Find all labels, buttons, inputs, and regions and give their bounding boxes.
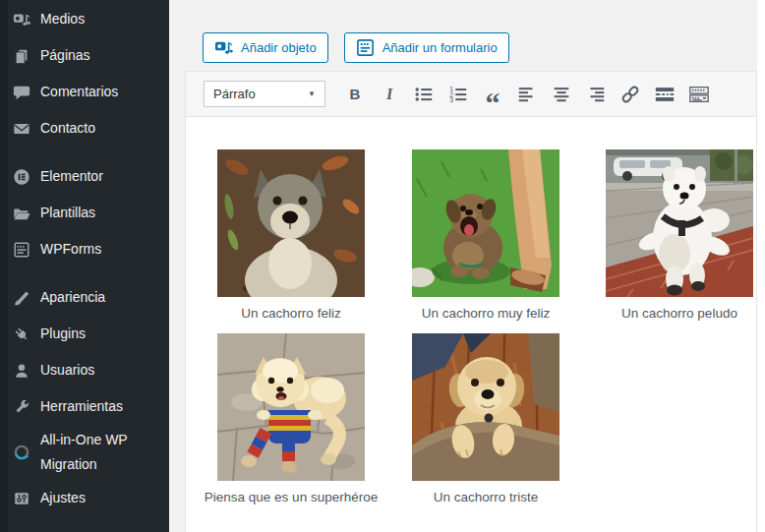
sidebar-item-usuarios[interactable]: Usuarios [0, 352, 169, 388]
sidebar-item-comentarios[interactable]: Comentarios [0, 74, 169, 110]
sidebar-separator [0, 147, 169, 158]
image-caption[interactable]: Un cachorro peludo [606, 306, 753, 321]
sidebar-item-contacto[interactable]: Contacto [0, 110, 169, 147]
brush-icon [12, 288, 31, 308]
folder-icon [12, 204, 31, 223]
dog-photo-superhero-dog[interactable] [217, 333, 365, 481]
dog-photo-fluffy-dog[interactable] [606, 149, 753, 297]
form-icon [12, 240, 31, 260]
link-icon [619, 84, 641, 105]
visual-editor: Párrafo ▼ B I 123 “ [185, 71, 757, 532]
plug-icon [12, 325, 31, 344]
sidebar-item-label: Medios [40, 7, 85, 31]
numbered-list-icon: 123 [447, 84, 469, 105]
media-icon [12, 10, 31, 30]
sidebar-item-apariencia[interactable]: Apariencia [0, 279, 169, 316]
add-form-icon [356, 38, 375, 57]
sidebar-item-medios[interactable]: Medios [0, 1, 169, 37]
dog-photo-sad-puppy[interactable] [412, 333, 559, 481]
gallery-figure-happy-puppy: Un cachorro feliz [217, 149, 365, 321]
admin-sidebar: Medios Páginas Comentarios Contacto [0, 0, 169, 532]
wrench-icon [12, 397, 31, 417]
sidebar-item-wpforms[interactable]: WPForms [0, 231, 169, 267]
gallery-figure-fluffy-dog: Un cachorro peludo [606, 149, 753, 321]
add-media-icon [214, 38, 233, 57]
sidebar-item-label: Comentarios [40, 80, 118, 104]
insert-link-button[interactable] [618, 82, 643, 107]
sidebar-item-label: Ajustes [40, 486, 86, 510]
add-form-button-label: Añadir un formulario [382, 40, 498, 55]
comments-icon [12, 83, 31, 102]
sidebar-item-label: Plugins [40, 322, 86, 346]
image-caption[interactable]: Un cachorro muy feliz [412, 306, 559, 321]
sidebar-item-herramientas[interactable]: Herramientas [0, 388, 169, 425]
editor-toolbar: Párrafo ▼ B I 123 “ [186, 72, 756, 117]
image-caption[interactable]: Piensa que es un superhéroe [217, 490, 365, 504]
blockquote-button[interactable]: “ [480, 82, 505, 107]
align-left-button[interactable] [514, 82, 540, 107]
bulleted-list-button[interactable] [411, 82, 437, 107]
mail-icon [12, 119, 31, 139]
gallery-figure-very-happy-puppy: Un cachorro muy feliz [412, 149, 559, 321]
admin-content-area: Añadir objeto Añadir un formulario Párra… [169, 0, 765, 532]
gallery-figure-superhero-dog: Piensa que es un superhéroe [217, 333, 365, 504]
toolbar-toggle-icon [688, 84, 710, 105]
paragraph-format-select[interactable]: Párrafo ▼ [204, 81, 325, 107]
toolbar-toggle-button[interactable] [686, 82, 712, 107]
add-media-button-label: Añadir objeto [241, 40, 317, 55]
bulleted-list-icon [413, 84, 435, 105]
align-right-icon [585, 84, 607, 105]
sidebar-item-label: WPForms [40, 237, 101, 262]
sidebar-item-ajustes[interactable]: Ajustes [0, 480, 169, 516]
sidebar-item-label: Herramientas [40, 394, 123, 419]
image-caption[interactable]: Un cachorro triste [412, 490, 559, 504]
sidebar-item-label: Plantillas [40, 201, 95, 225]
italic-icon: I [386, 86, 392, 103]
sidebar-item-label: Contacto [40, 116, 95, 141]
sidebar-item-label: Apariencia [40, 285, 105, 310]
sidebar-item-elementor[interactable]: Elementor [0, 158, 169, 195]
chevron-down-icon: ▼ [308, 89, 316, 98]
add-form-button[interactable]: Añadir un formulario [344, 32, 509, 63]
dog-photo-very-happy-puppy[interactable] [412, 149, 559, 297]
image-caption[interactable]: Un cachorro feliz [217, 306, 365, 321]
sidebar-separator [0, 267, 169, 279]
editor-body[interactable]: Un cachorro feliz [186, 117, 756, 532]
align-left-icon [516, 84, 538, 105]
scrollbar-track[interactable] [757, 0, 765, 532]
sidebar-item-label: Páginas [40, 43, 90, 68]
migration-icon [12, 443, 31, 462]
sidebar-item-paginas[interactable]: Páginas [0, 37, 169, 74]
bold-button[interactable]: B [342, 82, 368, 107]
format-select-value: Párrafo [213, 87, 256, 101]
add-media-button[interactable]: Añadir objeto [203, 32, 328, 63]
sidebar-item-all-in-one-wp-migration[interactable]: All-in-One WP Migration [0, 425, 169, 480]
sidebar-item-label: All-in-One WP Migration [40, 428, 169, 477]
read-more-icon [654, 84, 676, 105]
italic-button[interactable]: I [377, 82, 402, 107]
dog-photo-happy-puppy[interactable] [217, 149, 365, 297]
numbered-list-button[interactable]: 123 [445, 82, 471, 107]
elementor-icon [12, 167, 31, 187]
read-more-button[interactable] [652, 82, 677, 107]
bold-icon: B [350, 86, 361, 102]
sidebar-item-label: Elementor [40, 164, 103, 189]
gallery-figure-sad-puppy: Un cachorro triste [412, 333, 559, 504]
sidebar-item-plugins[interactable]: Plugins [0, 316, 169, 352]
svg-text:3: 3 [449, 96, 453, 103]
user-icon [12, 361, 31, 381]
sidebar-item-plantillas[interactable]: Plantillas [0, 195, 169, 231]
align-center-button[interactable] [549, 82, 574, 107]
align-center-icon [551, 84, 572, 105]
media-buttons-row: Añadir objeto Añadir un formulario [203, 32, 509, 63]
settings-icon [12, 489, 31, 508]
align-right-button[interactable] [583, 82, 609, 107]
pages-icon [12, 46, 31, 66]
sidebar-item-label: Usuarios [40, 358, 94, 383]
